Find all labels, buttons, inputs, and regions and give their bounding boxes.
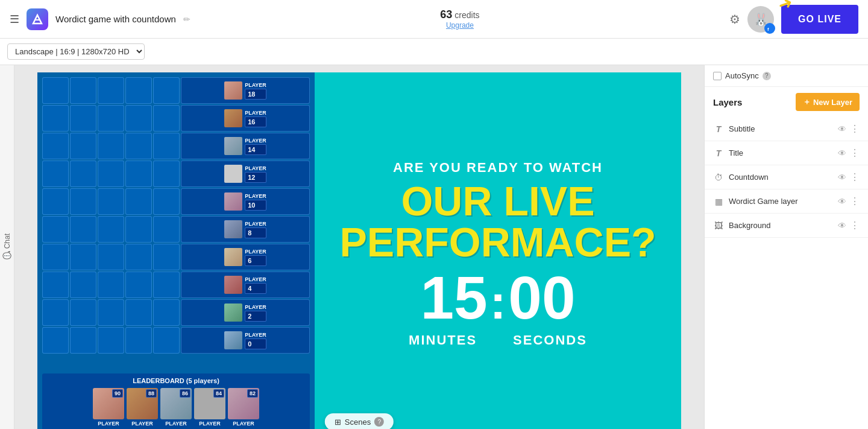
visibility-icon[interactable]: 👁 bbox=[838, 221, 846, 230]
grid-cell bbox=[70, 299, 96, 326]
visibility-icon[interactable]: 👁 bbox=[838, 197, 846, 206]
upgrade-link[interactable]: Upgrade bbox=[440, 21, 479, 30]
grid-cell bbox=[98, 272, 124, 298]
timer-seconds: 00 bbox=[508, 267, 575, 328]
ready-text: ARE YOU READY TO WATCH bbox=[393, 160, 603, 176]
layer-name: Title bbox=[729, 148, 833, 157]
player-score: 18 bbox=[245, 89, 266, 100]
right-panel: AutoSync ? Layers ＋ New Layer T Subtitle… bbox=[704, 65, 868, 429]
grid-cell bbox=[98, 77, 124, 104]
plus-icon: ＋ bbox=[803, 97, 811, 107]
visibility-icon[interactable]: 👁 bbox=[838, 124, 846, 134]
grid-row: PLAYER 2 bbox=[42, 299, 310, 326]
lb-score-badge: 86 bbox=[180, 389, 190, 398]
more-options-icon[interactable]: ⋮ bbox=[850, 171, 860, 183]
player-score: 14 bbox=[245, 144, 266, 155]
grid-row: PLAYER 0 bbox=[42, 327, 310, 354]
credits-count: 63 bbox=[440, 8, 452, 21]
list-item[interactable]: T Title 👁 ⋮ bbox=[705, 141, 868, 165]
topbar-right: ⚙ 🐰 f ➜ GO LIVE bbox=[729, 5, 858, 34]
grid-cell bbox=[98, 133, 124, 159]
grid-cell bbox=[70, 272, 96, 298]
visibility-icon[interactable]: 👁 bbox=[838, 148, 846, 158]
edit-icon[interactable]: ✏ bbox=[183, 14, 190, 24]
timer-minutes: 15 bbox=[420, 267, 487, 328]
grid-cell bbox=[125, 216, 152, 243]
chat-label[interactable]: 💬 Chat bbox=[3, 234, 11, 260]
game-layer-icon: ▦ bbox=[713, 197, 724, 206]
timer-labels: MINUTES SECONDS bbox=[409, 332, 587, 348]
grid-cell bbox=[98, 216, 124, 243]
lb-player-name: PLAYER bbox=[131, 421, 153, 427]
settings-icon[interactable]: ⚙ bbox=[729, 12, 740, 27]
canvas-area: PLAYER 18 bbox=[14, 65, 704, 429]
grid-cell bbox=[98, 327, 124, 354]
more-options-icon[interactable]: ⋮ bbox=[850, 123, 860, 135]
autosync-help-icon[interactable]: ? bbox=[763, 72, 771, 80]
more-options-icon[interactable]: ⋮ bbox=[850, 195, 860, 207]
facebook-badge: f bbox=[764, 23, 775, 34]
layer-actions: 👁 ⋮ bbox=[838, 147, 860, 159]
grid-row: PLAYER 8 bbox=[42, 216, 310, 243]
list-item[interactable]: ▦ Wordict Game layer 👁 ⋮ bbox=[705, 189, 868, 214]
grid-cell bbox=[98, 160, 124, 187]
live-line1: OUR LIVE bbox=[339, 180, 656, 221]
grid-cell bbox=[98, 244, 124, 270]
scenes-help-icon[interactable]: ? bbox=[374, 417, 384, 427]
visibility-icon[interactable]: 👁 bbox=[838, 173, 846, 182]
app-logo bbox=[27, 8, 48, 30]
player-face bbox=[224, 109, 242, 127]
grid-cell bbox=[153, 105, 180, 132]
list-item[interactable]: T Subtitle 👁 ⋮ bbox=[705, 117, 868, 141]
autosync-label: AutoSync bbox=[725, 71, 759, 80]
more-options-icon[interactable]: ⋮ bbox=[850, 147, 860, 159]
player-cell: PLAYER 4 bbox=[181, 272, 310, 298]
list-item[interactable]: ⏱ Countdown 👁 ⋮ bbox=[705, 165, 868, 189]
app-title: Wordict game with countdown bbox=[55, 14, 176, 24]
grid-cell bbox=[125, 77, 152, 104]
grid-row: PLAYER 10 bbox=[42, 188, 310, 215]
autosync-checkbox[interactable] bbox=[713, 72, 722, 80]
grid-row: PLAYER 16 bbox=[42, 105, 310, 132]
player-face bbox=[224, 276, 242, 294]
grid-cell bbox=[98, 105, 124, 132]
credits-label: credits bbox=[454, 10, 479, 20]
new-layer-button[interactable]: ＋ New Layer bbox=[796, 93, 860, 111]
toolbar: Landscape | 16:9 | 1280x720 HD bbox=[0, 39, 868, 65]
layers-header: Layers ＋ New Layer bbox=[705, 87, 868, 117]
minutes-label: MINUTES bbox=[409, 332, 477, 348]
more-options-icon[interactable]: ⋮ bbox=[850, 220, 860, 231]
grid-cell bbox=[98, 299, 124, 326]
lb-player-face: 88 bbox=[127, 388, 158, 419]
player-face bbox=[224, 248, 242, 266]
player-score: 2 bbox=[245, 311, 266, 322]
grid-cell bbox=[125, 244, 152, 270]
player-cell: PLAYER 0 bbox=[181, 327, 310, 354]
text-layer-icon: T bbox=[713, 124, 724, 134]
list-item[interactable]: 🖼 Background 👁 ⋮ bbox=[705, 214, 868, 238]
grid-cell bbox=[42, 216, 69, 243]
layer-actions: 👁 ⋮ bbox=[838, 123, 860, 135]
grid-area: PLAYER 18 bbox=[42, 77, 310, 371]
scenes-button[interactable]: ⊞ Scenes ? bbox=[325, 413, 394, 429]
scene-canvas: PLAYER 18 bbox=[37, 72, 681, 429]
leaderboard-players: 90 PLAYER 88 PLAYER 86 bbox=[46, 388, 306, 427]
grid-cell bbox=[153, 216, 180, 243]
grid-cell bbox=[153, 133, 180, 159]
live-performance-text: OUR LIVE PERFORMACE? bbox=[339, 180, 656, 262]
lb-player-face: 90 bbox=[93, 388, 124, 419]
timer-colon: : bbox=[490, 278, 506, 326]
grid-cell bbox=[70, 77, 96, 104]
grid-cell bbox=[42, 272, 69, 298]
menu-icon[interactable]: ☰ bbox=[10, 13, 19, 26]
layer-actions: 👁 ⋮ bbox=[838, 195, 860, 207]
grid-cell bbox=[42, 327, 69, 354]
lb-player-name: PLAYER bbox=[98, 421, 119, 427]
topbar: ☰ Wordict game with countdown ✏ 63 credi… bbox=[0, 0, 868, 39]
resolution-select[interactable]: Landscape | 16:9 | 1280x720 HD bbox=[7, 43, 145, 60]
player-cell: PLAYER 2 bbox=[181, 299, 310, 326]
player-cell: PLAYER 6 bbox=[181, 244, 310, 270]
chat-sidebar[interactable]: 💬 Chat bbox=[0, 65, 14, 429]
player-face bbox=[224, 220, 242, 238]
player-score: 10 bbox=[245, 200, 266, 211]
